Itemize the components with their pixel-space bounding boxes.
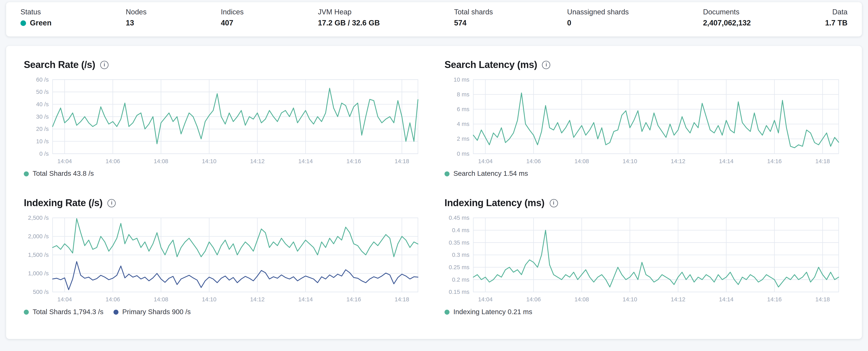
search-rate-line-chart[interactable]: 0 /s10 /s20 /s30 /s40 /s50 /s60 /s14:041…	[24, 76, 424, 166]
y-tick-label: 0.3 ms	[452, 251, 469, 258]
x-tick-label: 14:18	[815, 158, 830, 164]
legend-label: Indexing Latency 0.21 ms	[453, 308, 532, 316]
y-tick-label: 50 /s	[36, 89, 49, 95]
y-tick-label: 2,500 /s	[28, 215, 49, 221]
x-tick-label: 14:18	[395, 158, 409, 164]
x-tick-label: 14:08	[154, 158, 168, 164]
legend-item[interactable]: Total Shards 43.8 /s	[24, 170, 94, 177]
y-tick-label: 2,000 /s	[28, 233, 49, 240]
y-tick-label: 1,000 /s	[28, 270, 49, 277]
legend-dot-icon	[444, 171, 450, 176]
legend-item[interactable]: Primary Shards 900 /s	[114, 308, 191, 316]
y-tick-label: 0.35 ms	[449, 239, 469, 246]
x-tick-label: 14:06	[105, 296, 120, 303]
stat-value: 17.2 GB / 32.6 GB	[318, 18, 380, 28]
x-tick-label: 14:10	[623, 158, 637, 164]
y-tick-label: 500 /s	[33, 288, 49, 295]
chart-title: Search Latency (ms)	[444, 59, 537, 71]
x-tick-label: 14:06	[105, 158, 120, 164]
y-tick-label: 0.45 ms	[449, 215, 469, 221]
stat-value: 0	[567, 18, 629, 28]
y-tick-label: 0.25 ms	[449, 264, 469, 270]
x-tick-label: 14:06	[526, 296, 541, 303]
legend-item[interactable]: Search Latency 1.54 ms	[444, 170, 528, 177]
search-latency-line-chart[interactable]: 0 ms2 ms4 ms6 ms8 ms10 ms14:0414:0614:08…	[444, 76, 844, 166]
indexing-rate-line-chart[interactable]: 500 /s1,000 /s1,500 /s2,000 /s2,500 /s14…	[24, 215, 424, 304]
x-tick-label: 14:14	[298, 296, 313, 303]
x-tick-label: 14:04	[57, 158, 72, 164]
legend-dot-icon	[114, 309, 118, 314]
cluster-stats-bar: Status Green Nodes 13 Indices 407 JVM He…	[6, 2, 862, 36]
stat-value: 2,407,062,132	[703, 18, 751, 28]
chart-svg: 500 /s1,000 /s1,500 /s2,000 /s2,500 /s14…	[24, 215, 424, 304]
stat-value: 13	[126, 18, 147, 28]
stat-data-size: Data 1.7 TB	[825, 7, 847, 36]
x-tick-label: 14:16	[767, 296, 782, 303]
indexing-latency-line-chart[interactable]: 0.15 ms0.2 ms0.25 ms0.3 ms0.35 ms0.4 ms0…	[444, 215, 844, 304]
chart-title: Indexing Latency (ms)	[444, 198, 545, 209]
stat-label: Total shards	[454, 7, 493, 16]
chart-legend: Indexing Latency 0.21 ms	[444, 308, 844, 316]
chart-svg: 0 /s10 /s20 /s30 /s40 /s50 /s60 /s14:041…	[24, 76, 424, 166]
x-tick-label: 14:06	[526, 158, 541, 164]
stat-unassigned-shards: Unassigned shards 0	[567, 7, 629, 36]
plot-border	[473, 80, 839, 154]
x-tick-label: 14:14	[719, 296, 734, 303]
info-icon[interactable]: i	[542, 61, 550, 69]
legend-dot-icon	[444, 309, 450, 314]
panel-search-rate: Search Rate (/s) i 0 /s10 /s20 /s30 /s40…	[24, 59, 424, 178]
y-tick-label: 40 /s	[36, 101, 49, 107]
series-line	[473, 93, 839, 148]
dashboard-viewport: Status Green Nodes 13 Indices 407 JVM He…	[0, 2, 868, 351]
stat-jvm-heap: JVM Heap 17.2 GB / 32.6 GB	[318, 7, 380, 36]
series-line	[53, 88, 418, 144]
panel-indexing-rate: Indexing Rate (/s) i 500 /s1,000 /s1,500…	[24, 198, 424, 316]
chart-title-row: Search Latency (ms) i	[444, 59, 844, 71]
legend-label: Primary Shards 900 /s	[122, 308, 191, 316]
x-tick-label: 14:12	[671, 158, 685, 164]
x-tick-label: 14:10	[202, 158, 216, 164]
legend-item[interactable]: Total Shards 1,794.3 /s	[24, 308, 103, 316]
info-icon[interactable]: i	[107, 199, 116, 207]
info-icon[interactable]: i	[100, 61, 108, 69]
x-tick-label: 14:18	[395, 296, 409, 303]
y-tick-label: 4 ms	[457, 120, 469, 127]
x-tick-label: 14:18	[815, 296, 830, 303]
y-tick-label: 10 ms	[454, 76, 469, 83]
x-tick-label: 14:16	[346, 296, 361, 303]
chart-svg: 0 ms2 ms4 ms6 ms8 ms10 ms14:0414:0614:08…	[444, 76, 844, 166]
panel-indexing-latency: Indexing Latency (ms) i 0.15 ms0.2 ms0.2…	[444, 198, 844, 316]
y-tick-label: 0.2 ms	[452, 276, 469, 283]
stat-label: Unassigned shards	[567, 7, 629, 16]
legend-label: Total Shards 1,794.3 /s	[33, 308, 103, 316]
status-dot-icon	[21, 20, 26, 26]
series-line	[473, 230, 839, 287]
x-tick-label: 14:10	[623, 296, 637, 303]
y-tick-label: 2 ms	[457, 135, 469, 142]
panel-search-latency: Search Latency (ms) i 0 ms2 ms4 ms6 ms8 …	[444, 59, 844, 178]
y-tick-label: 60 /s	[36, 76, 49, 83]
chart-legend: Total Shards 43.8 /s	[24, 170, 424, 177]
chart-legend: Search Latency 1.54 ms	[444, 170, 844, 177]
stat-total-shards: Total shards 574	[454, 7, 493, 36]
info-icon[interactable]: i	[549, 199, 558, 207]
legend-dot-icon	[24, 309, 29, 314]
legend-item[interactable]: Indexing Latency 0.21 ms	[444, 308, 532, 316]
x-tick-label: 14:12	[250, 296, 265, 303]
x-tick-label: 14:10	[202, 296, 216, 303]
x-tick-label: 14:08	[154, 296, 168, 303]
series-line	[53, 218, 418, 257]
chart-title-row: Search Rate (/s) i	[24, 59, 424, 71]
chart-title-row: Indexing Latency (ms) i	[444, 198, 844, 209]
stat-value: 574	[454, 18, 493, 28]
x-tick-label: 14:14	[298, 158, 313, 164]
stat-label: Documents	[703, 7, 751, 16]
stat-label: Status	[21, 7, 52, 16]
stat-indices: Indices 407	[221, 7, 244, 36]
stat-label: Nodes	[126, 7, 147, 16]
x-tick-label: 14:08	[575, 296, 589, 303]
y-tick-label: 0.15 ms	[449, 288, 469, 295]
y-tick-label: 8 ms	[457, 91, 469, 98]
x-tick-label: 14:14	[719, 158, 734, 164]
x-tick-label: 14:04	[478, 158, 493, 164]
